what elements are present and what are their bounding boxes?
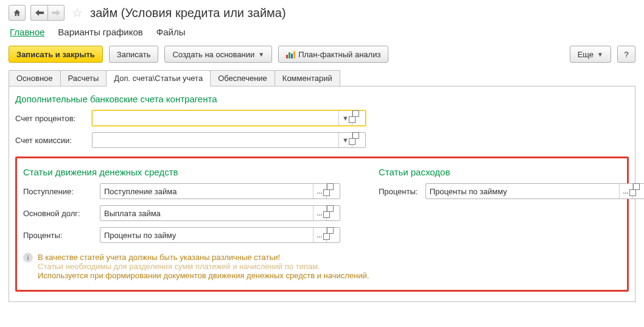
- top-tab-schedule-variants[interactable]: Варианты графиков: [58, 27, 142, 37]
- ellipsis-icon: …: [317, 232, 323, 239]
- hint-warning: В качестве статей учета должны быть указ…: [38, 253, 369, 262]
- open-icon: [633, 183, 644, 199]
- plan-fact-analysis-button[interactable]: План-фактный анализ: [278, 46, 388, 63]
- home-button[interactable]: [9, 5, 26, 21]
- forward-button[interactable]: [47, 5, 65, 21]
- interest-expense-input-group: …: [425, 183, 644, 199]
- plan-fact-label: План-фактный анализ: [298, 50, 380, 59]
- create-based-on-button[interactable]: Создать на основании ▼: [164, 46, 272, 63]
- interest-account-input-group: ▼: [92, 110, 366, 126]
- section-title-cashflow: Статьи движения денежных средств: [23, 167, 364, 177]
- chevron-down-icon: ▼: [258, 51, 264, 58]
- interest-cashflow-input-group: …: [100, 227, 340, 243]
- page-title: займ (Условия кредита или займа): [90, 6, 286, 20]
- receipt-input-group: …: [100, 183, 340, 199]
- principal-input[interactable]: [100, 206, 313, 220]
- sub-tab-calculations[interactable]: Расчеты: [60, 70, 107, 86]
- open-button[interactable]: [352, 133, 365, 147]
- open-button[interactable]: [352, 111, 365, 125]
- info-icon: i: [23, 253, 33, 262]
- chevron-down-icon: ▼: [597, 51, 603, 58]
- ellipsis-icon: …: [317, 210, 323, 217]
- favorite-star-icon[interactable]: ☆: [72, 5, 83, 20]
- chart-icon: [286, 50, 295, 58]
- interest-expense-input[interactable]: [426, 184, 619, 199]
- sub-tab-main[interactable]: Основное: [9, 70, 61, 86]
- open-icon: [352, 110, 365, 126]
- open-icon: [327, 227, 340, 243]
- hint-block: i В качестве статей учета должны быть ук…: [23, 253, 621, 280]
- highlighted-section: Статьи движения денежных средств Поступл…: [15, 156, 629, 292]
- ellipsis-icon: …: [623, 188, 629, 195]
- sub-tab-collateral[interactable]: Обеспечение: [210, 70, 275, 86]
- hint-line2: Статьи необходимы для разделения сумм пл…: [38, 262, 369, 271]
- label-receipt: Поступление:: [23, 187, 95, 196]
- open-button[interactable]: [326, 206, 340, 220]
- label-commission-account: Счет комиссии:: [15, 136, 87, 145]
- help-button[interactable]: ?: [617, 46, 635, 63]
- principal-input-group: …: [100, 205, 340, 221]
- interest-account-input[interactable]: [93, 111, 338, 125]
- open-button[interactable]: [326, 184, 340, 199]
- create-based-on-label: Создать на основании: [172, 50, 254, 59]
- more-button[interactable]: Еще ▼: [570, 46, 611, 63]
- label-interest-cashflow: Проценты:: [23, 231, 95, 240]
- back-button[interactable]: [30, 5, 47, 21]
- interest-cashflow-input[interactable]: [100, 228, 313, 242]
- tab-panel: Дополнительные банковские счета контраге…: [9, 86, 635, 302]
- top-tab-files[interactable]: Файлы: [156, 27, 186, 37]
- open-icon: [352, 132, 365, 148]
- label-interest-expense: Проценты:: [379, 187, 421, 196]
- save-close-button[interactable]: Записать и закрыть: [9, 46, 103, 63]
- top-tabs: Главное Варианты графиков Файлы: [9, 27, 635, 37]
- top-tab-main[interactable]: Главное: [10, 27, 44, 37]
- open-button[interactable]: [632, 184, 644, 199]
- section-title-bank-accounts: Дополнительные банковские счета контраге…: [15, 94, 629, 104]
- hint-line3: Используется при формировании документов…: [38, 271, 369, 280]
- more-label: Еще: [578, 50, 593, 59]
- commission-account-input[interactable]: [93, 133, 338, 147]
- label-interest-account: Счет процентов:: [15, 114, 87, 123]
- ellipsis-icon: …: [317, 188, 323, 195]
- sub-tab-accounts-articles[interactable]: Доп. счета\Статьи учета: [106, 70, 211, 86]
- receipt-input[interactable]: [100, 184, 313, 199]
- sub-tabs: Основное Расчеты Доп. счета\Статьи учета…: [9, 70, 635, 86]
- save-button[interactable]: Записать: [109, 46, 159, 63]
- toolbar: Записать и закрыть Записать Создать на о…: [9, 46, 635, 63]
- label-principal: Основной долг:: [23, 209, 95, 218]
- section-title-expenses: Статьи расходов: [379, 167, 644, 177]
- sub-tab-comment[interactable]: Комментарий: [275, 70, 340, 86]
- open-button[interactable]: [326, 228, 340, 242]
- commission-account-input-group: ▼: [92, 132, 366, 148]
- open-icon: [327, 183, 340, 199]
- open-icon: [327, 205, 340, 221]
